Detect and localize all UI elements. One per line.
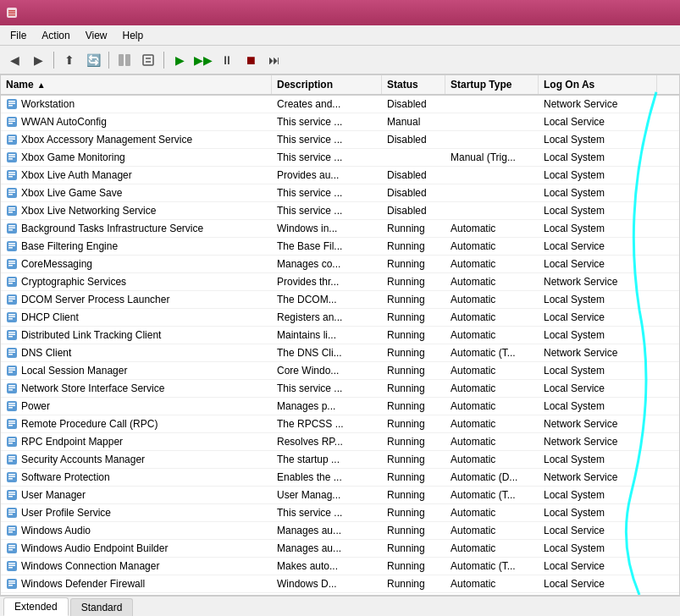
cell-startup: Automatic bbox=[445, 522, 539, 539]
cell-name: Windows Audio Endpoint Builder bbox=[1, 540, 272, 557]
menu-help[interactable]: Help bbox=[116, 28, 151, 43]
svg-rect-87 bbox=[8, 441, 15, 443]
properties-button[interactable] bbox=[137, 49, 159, 71]
show-hide-tree-button[interactable] bbox=[113, 49, 135, 71]
table-row[interactable]: Windows Connection Manager Makes auto...… bbox=[1, 558, 679, 575]
table-body[interactable]: Workstation Creates and... Disabled Netw… bbox=[1, 96, 679, 595]
svg-rect-20 bbox=[8, 140, 13, 142]
cell-name-text: Security Accounts Manager bbox=[21, 454, 145, 465]
cell-logon: Local Service bbox=[539, 380, 657, 397]
table-row[interactable]: Distributed Link Tracking Client Maintai… bbox=[1, 327, 679, 344]
table-row[interactable]: Local Session Manager Core Windo... Runn… bbox=[1, 362, 679, 380]
run-all-button[interactable]: ▶▶ bbox=[192, 49, 214, 71]
table-row[interactable]: Xbox Accessory Management Service This s… bbox=[1, 131, 679, 149]
close-button[interactable] bbox=[653, 4, 675, 21]
cell-name: RPC Endpoint Mapper bbox=[1, 433, 272, 450]
menu-view[interactable]: View bbox=[79, 28, 114, 43]
tab-extended[interactable]: Extended bbox=[3, 597, 69, 616]
toolbar-separator-1 bbox=[53, 52, 54, 69]
cell-startup bbox=[445, 96, 539, 113]
table-row[interactable]: Xbox Live Auth Manager Provides au... Di… bbox=[1, 167, 679, 184]
cell-startup: Automatic bbox=[445, 256, 539, 272]
col-header-logon[interactable]: Log On As bbox=[539, 75, 657, 94]
cell-name-text: Distributed Link Tracking Client bbox=[21, 329, 161, 341]
table-row[interactable]: Xbox Game Monitoring This service ... Ma… bbox=[1, 149, 679, 167]
table-row[interactable]: Xbox Live Game Save This service ... Dis… bbox=[1, 184, 679, 202]
service-icon bbox=[6, 578, 18, 590]
table-row[interactable]: Network Store Interface Service This ser… bbox=[1, 380, 679, 398]
cell-status: Manual bbox=[382, 113, 445, 130]
svg-rect-1 bbox=[8, 10, 15, 12]
maximize-button[interactable] bbox=[629, 4, 651, 21]
table-row[interactable]: Xbox Live Networking Service This servic… bbox=[1, 202, 679, 220]
svg-rect-78 bbox=[8, 403, 15, 404]
table-row[interactable]: User Profile Service This service ... Ru… bbox=[1, 504, 679, 522]
svg-rect-98 bbox=[8, 492, 15, 493]
tab-standard[interactable]: Standard bbox=[70, 598, 134, 616]
stop-button[interactable]: ⏹ bbox=[240, 49, 262, 71]
service-icon bbox=[6, 205, 18, 217]
table-row[interactable]: Windows Audio Manages au... Running Auto… bbox=[1, 522, 679, 540]
run-button[interactable]: ▶ bbox=[169, 49, 191, 71]
cell-name-text: RPC Endpoint Mapper bbox=[21, 436, 123, 448]
pause-button[interactable]: ⏸ bbox=[216, 49, 238, 71]
svg-rect-92 bbox=[8, 460, 13, 462]
cell-name-text: Background Tasks Infrastructure Service bbox=[21, 223, 203, 234]
table-row[interactable]: RPC Endpoint Mapper Resolves RP... Runni… bbox=[1, 433, 679, 451]
cell-logon: Local System bbox=[539, 327, 657, 344]
table-row[interactable]: Windows Audio Endpoint Builder Manages a… bbox=[1, 540, 679, 558]
forward-button[interactable]: ▶ bbox=[27, 49, 49, 71]
cell-name: Cryptographic Services bbox=[1, 273, 272, 290]
svg-rect-99 bbox=[8, 494, 15, 496]
table-row[interactable]: CoreMessaging Manages co... Running Auto… bbox=[1, 256, 679, 273]
cell-startup: Automatic bbox=[445, 451, 539, 468]
cell-desc: Manages au... bbox=[272, 540, 382, 557]
svg-rect-111 bbox=[8, 547, 15, 549]
cell-startup bbox=[445, 113, 539, 130]
svg-rect-30 bbox=[8, 190, 15, 191]
table-row[interactable]: DHCP Client Registers an... Running Auto… bbox=[1, 309, 679, 327]
cell-status: Running bbox=[382, 220, 445, 237]
col-header-startup[interactable]: Startup Type bbox=[445, 75, 539, 94]
cell-name: Security Accounts Manager bbox=[1, 451, 272, 468]
table-row[interactable]: DNS Client The DNS Cli... Running Automa… bbox=[1, 344, 679, 362]
service-icon bbox=[6, 151, 18, 163]
table-row[interactable]: Cryptographic Services Provides thr... R… bbox=[1, 273, 679, 291]
cell-startup: Automatic bbox=[445, 291, 539, 308]
col-header-status[interactable]: Status bbox=[382, 75, 445, 94]
minimize-button[interactable] bbox=[605, 4, 627, 21]
up-button[interactable]: ⬆ bbox=[58, 49, 80, 71]
refresh-button[interactable]: 🔄 bbox=[82, 49, 104, 71]
table-row[interactable]: Remote Procedure Call (RPC) The RPCSS ..… bbox=[1, 415, 679, 433]
table-row[interactable]: WWAN AutoConfig This service ... Manual … bbox=[1, 113, 679, 131]
table-row[interactable]: Base Filtering Engine The Base Fil... Ru… bbox=[1, 238, 679, 256]
table-row[interactable]: Windows Font Cache Service Optimizes p..… bbox=[1, 593, 679, 595]
cell-startup: Automatic (T... bbox=[445, 558, 539, 575]
restart-button[interactable]: ⏭ bbox=[263, 49, 285, 71]
cell-status: Running bbox=[382, 540, 445, 557]
back-button[interactable]: ◀ bbox=[3, 49, 25, 71]
cell-desc: This service ... bbox=[272, 380, 382, 397]
svg-rect-84 bbox=[8, 425, 13, 426]
svg-rect-50 bbox=[8, 278, 15, 280]
menu-file[interactable]: File bbox=[3, 28, 33, 43]
svg-rect-24 bbox=[8, 158, 13, 160]
table-row[interactable]: Workstation Creates and... Disabled Netw… bbox=[1, 96, 679, 113]
cell-name: Network Store Interface Service bbox=[1, 380, 272, 397]
col-header-desc[interactable]: Description bbox=[272, 75, 382, 94]
table-row[interactable]: DCOM Server Process Launcher The DCOM...… bbox=[1, 291, 679, 309]
cell-logon: Local System bbox=[539, 220, 657, 237]
cell-desc: This service ... bbox=[272, 131, 382, 148]
menu-action[interactable]: Action bbox=[35, 28, 76, 43]
cell-name: Remote Procedure Call (RPC) bbox=[1, 415, 272, 432]
table-row[interactable]: Security Accounts Manager The startup ..… bbox=[1, 451, 679, 469]
table-row[interactable]: Windows Defender Firewall Windows D... R… bbox=[1, 575, 679, 593]
table-row[interactable]: Background Tasks Infrastructure Service … bbox=[1, 220, 679, 238]
col-header-name[interactable]: Name ▲ bbox=[1, 75, 272, 94]
cell-desc: Enables the ... bbox=[272, 469, 382, 486]
cell-startup: Automatic bbox=[445, 433, 539, 450]
table-row[interactable]: Power Manages p... Running Automatic Loc… bbox=[1, 398, 679, 415]
table-row[interactable]: User Manager User Manag... Running Autom… bbox=[1, 487, 679, 504]
svg-rect-27 bbox=[8, 174, 15, 176]
table-row[interactable]: Software Protection Enables the ... Runn… bbox=[1, 469, 679, 487]
